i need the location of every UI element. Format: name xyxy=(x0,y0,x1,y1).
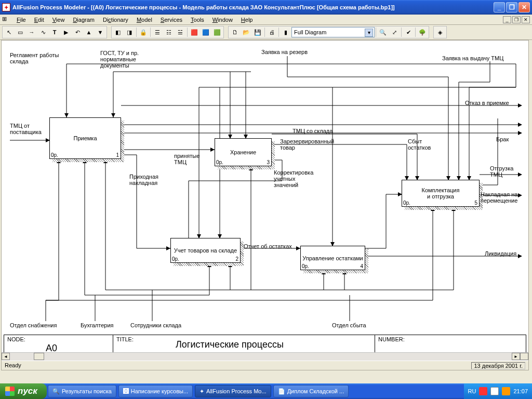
menu-tools[interactable]: Tools xyxy=(187,16,208,24)
start-button[interactable]: пуск xyxy=(0,383,47,399)
tool-open[interactable]: 📂 xyxy=(241,27,252,37)
window-titlebar: ✦ AllFusion Process Modeler - [(A0) Логи… xyxy=(0,0,532,15)
tray-icon-2[interactable] xyxy=(490,387,499,395)
tool-up[interactable]: ▲ xyxy=(83,27,95,37)
tool-down[interactable]: ▼ xyxy=(95,27,106,37)
scroll-left-button[interactable]: ◄ xyxy=(2,353,10,360)
menu-diagram[interactable]: Diagram xyxy=(69,16,99,24)
box-node: 0р. xyxy=(302,263,309,269)
strip-title-label: TITLE: xyxy=(116,336,134,342)
strip-title-value: Логистические процессы xyxy=(176,339,284,350)
diagram-canvas[interactable]: Приемка 0р. 1 Хранение 0р. 3 Учет товаро… xyxy=(1,40,529,370)
tool-color3[interactable]: 🟩 xyxy=(211,27,223,37)
tool-extra[interactable]: ◈ xyxy=(434,27,446,37)
lbl-prinyat: принятые ТМЦ xyxy=(174,153,200,165)
taskbar-item-allfusion[interactable]: ✦ AllFusion Process Mo... xyxy=(195,385,271,397)
lbl-zayavka-vydach: Заявка на выдачу ТМЦ xyxy=(442,55,503,61)
lbl-zayavka-rezerv: Заявка на резерв xyxy=(261,49,308,55)
box-label: Комплектация и отгрузка xyxy=(422,187,460,200)
tray-clock[interactable]: 21:07 xyxy=(513,388,528,394)
window-minimize-button[interactable]: _ xyxy=(494,2,505,12)
lbl-reglament: Регламент работы склада xyxy=(10,52,59,64)
mdi-minimize-button[interactable]: _ xyxy=(503,16,511,23)
box-num: 5 xyxy=(474,200,477,206)
menu-help[interactable]: Help xyxy=(237,16,257,24)
status-bar: Ready 13 декабря 2001 г. xyxy=(2,361,528,370)
tray-icon-3[interactable] xyxy=(502,387,510,395)
box-komplekt[interactable]: Комплектация и отгрузка 0р. 5 xyxy=(402,180,480,207)
tray-lang[interactable]: RU xyxy=(468,388,476,394)
lbl-zarez: Зарезервированный товар xyxy=(280,138,334,151)
windows-logo-icon xyxy=(5,387,15,396)
tool-color1[interactable]: 🟥 xyxy=(189,27,200,37)
mdi-close-button[interactable]: ✕ xyxy=(522,16,530,23)
tool-text[interactable]: T xyxy=(49,27,60,37)
mdi-restore-button[interactable]: ❐ xyxy=(512,16,521,23)
box-label: Приемка xyxy=(73,135,97,141)
box-num: 2 xyxy=(235,256,238,262)
tool-zoomfit[interactable]: ⤢ xyxy=(389,27,400,37)
tool-zoom[interactable]: 🔍 xyxy=(377,27,389,37)
lbl-tmc-postav: ТМЦ от поставщика xyxy=(10,123,42,135)
scroll-right-button[interactable]: ► xyxy=(512,353,520,360)
scroll-thumb[interactable] xyxy=(34,353,44,360)
tool-grp3[interactable]: ☱ xyxy=(175,27,186,37)
box-num: 1 xyxy=(116,152,119,158)
tool-print[interactable]: 🖨 xyxy=(266,27,277,37)
tool-flag[interactable]: ▮ xyxy=(280,27,291,37)
tool-goto[interactable]: ▶ xyxy=(60,27,72,37)
strip-node-label: NODE: xyxy=(7,336,25,342)
menu-window[interactable]: Window xyxy=(208,16,237,24)
tool-box[interactable]: ▭ xyxy=(15,27,26,37)
box-node: 0р. xyxy=(172,256,179,262)
box-uchet[interactable]: Учет товаров на складе 0р. 2 xyxy=(170,238,241,263)
horizontal-scrollbar[interactable]: ◄ ► xyxy=(2,352,528,361)
tool-shape2[interactable]: ◨ xyxy=(124,27,135,37)
tool-grp1[interactable]: ☰ xyxy=(152,27,163,37)
tool-tree[interactable]: 🌳 xyxy=(417,27,428,37)
tool-pointer[interactable]: ↖ xyxy=(3,27,15,37)
menu-model[interactable]: Model xyxy=(132,16,156,24)
menu-file[interactable]: File xyxy=(12,16,30,24)
mdi-bar: ⊞ File Edit View Diagram Dictionary Mode… xyxy=(0,15,532,25)
menubar: File Edit View Diagram Dictionary Model … xyxy=(12,16,503,24)
menu-dictionary[interactable]: Dictionary xyxy=(99,16,132,24)
view-selector[interactable]: Full Diagram xyxy=(291,27,375,37)
tool-undo-arrow[interactable]: ↶ xyxy=(72,27,83,37)
box-hranenie[interactable]: Хранение 0р. 3 xyxy=(215,138,272,166)
tray-icon-1[interactable] xyxy=(479,387,487,395)
box-num: 4 xyxy=(360,263,363,269)
lbl-otd-snab: Отдел снабжения xyxy=(10,322,57,328)
tool-shape1[interactable]: ◧ xyxy=(112,27,124,37)
box-label: Управление остатками xyxy=(302,255,363,261)
menu-view[interactable]: View xyxy=(48,16,69,24)
tool-lock[interactable]: 🔒 xyxy=(138,27,149,37)
tool-squiggle[interactable]: ∿ xyxy=(37,27,49,37)
tool-spell[interactable]: ✔ xyxy=(403,27,414,37)
menu-services[interactable]: Services xyxy=(156,16,187,24)
lbl-otchet: Отчет об остатках xyxy=(244,243,292,249)
box-priemka[interactable]: Приемка 0р. 1 xyxy=(49,117,121,159)
lbl-buh: Бухгалтерия xyxy=(81,322,114,328)
box-node: 0р. xyxy=(403,200,410,206)
tool-new[interactable]: 🗋 xyxy=(229,27,241,37)
tool-arrow[interactable]: → xyxy=(26,27,37,37)
tool-color2[interactable]: 🟦 xyxy=(200,27,211,37)
window-maximize-button[interactable]: ❐ xyxy=(506,2,517,12)
system-tray[interactable]: RU 21:07 xyxy=(464,383,532,399)
taskbar-item-opera[interactable]: 🅾 Написание курсовы... xyxy=(118,385,193,397)
start-label: пуск xyxy=(18,386,37,396)
lbl-sbyt: Сбыт остатков xyxy=(408,138,431,151)
box-node: 0р. xyxy=(216,159,223,165)
strip-number-label: NUMBER: xyxy=(378,336,405,342)
menu-edit[interactable]: Edit xyxy=(30,16,48,24)
lbl-otd-sbyt: Отдел сбыта xyxy=(332,322,366,328)
tool-save[interactable]: 💾 xyxy=(252,27,263,37)
window-close-button[interactable]: ✕ xyxy=(518,2,530,12)
tool-grp2[interactable]: ☷ xyxy=(163,27,175,37)
taskbar: пуск 🔍 Результаты поиска 🅾 Написание кур… xyxy=(0,383,532,399)
taskbar-item-word[interactable]: 📄 Диплом Складской ... xyxy=(273,385,349,397)
box-upravlenie[interactable]: Управление остатками 0р. 4 xyxy=(300,246,365,270)
lbl-likv: Ликвидация xyxy=(485,250,516,257)
taskbar-item-search[interactable]: 🔍 Результаты поиска xyxy=(48,385,116,397)
